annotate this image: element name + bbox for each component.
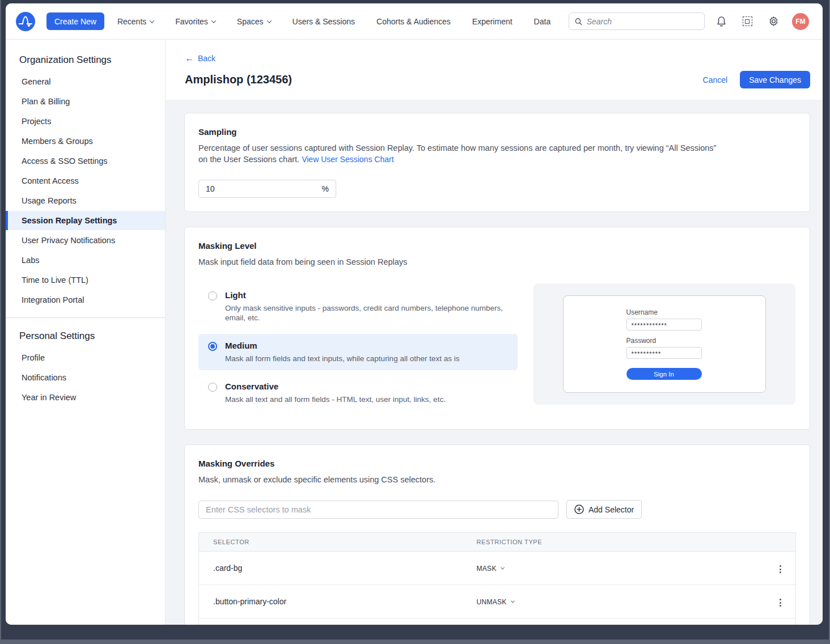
nav-item-label: Cohorts & Audiences <box>376 17 451 26</box>
chevron-down-icon <box>150 18 154 23</box>
sidebar-item-content-access[interactable]: Content Access <box>6 171 165 190</box>
nav-item-cohorts-audiences[interactable]: Cohorts & Audiences <box>368 3 459 40</box>
nav-item-label: Spaces <box>237 17 264 26</box>
data-apps-icon[interactable] <box>738 12 757 31</box>
sidebar-item-session-replay-settings[interactable]: Session Replay Settings <box>6 211 165 230</box>
sampling-description: Percentage of user sessions captured wit… <box>198 142 726 165</box>
nav-item-data[interactable]: Data <box>526 3 560 40</box>
back-link[interactable]: ← Back <box>185 54 215 63</box>
window-frame: Create New Recents Favorites Spaces User… <box>1 0 829 639</box>
sidebar-item-notifications[interactable]: Notifications <box>6 368 165 387</box>
column-header-restriction-type: RESTRICTION TYPE <box>463 533 762 552</box>
table-row: .button-primary-color UNMASK <box>199 585 796 618</box>
sampling-percentage-field[interactable]: % <box>198 180 336 198</box>
masking-level-card: Masking Level Mask input field data from… <box>184 227 810 430</box>
nav-item-label: Favorites <box>175 17 208 26</box>
radio-unselected-icon[interactable] <box>208 291 217 300</box>
restriction-type-dropdown[interactable]: UNMASK <box>477 598 514 606</box>
selector-cell: .body-text <box>199 618 463 625</box>
percent-suffix: % <box>322 184 329 193</box>
nav-item-label: Recents <box>117 17 146 26</box>
preview-username-label: Username <box>626 308 703 316</box>
row-menu-kebab-icon[interactable] <box>776 595 785 610</box>
sidebar-item-access-sso[interactable]: Access & SSO Settings <box>6 151 165 171</box>
option-description: Mask all text and all form fields - HTML… <box>225 395 446 404</box>
save-changes-button[interactable]: Save Changes <box>740 71 810 88</box>
add-selector-label: Add Selector <box>588 505 634 514</box>
chevron-down-icon <box>211 18 216 23</box>
sidebar-section-heading: Organization Settings <box>6 48 165 71</box>
sidebar-item-profile[interactable]: Profile <box>6 348 165 367</box>
settings-sidebar: Organization Settings General Plan & Bil… <box>6 40 166 625</box>
sidebar-item-general[interactable]: General <box>6 72 165 91</box>
chevron-down-icon <box>511 599 515 603</box>
sidebar-item-usage-reports[interactable]: Usage Reports <box>6 191 165 210</box>
create-new-button[interactable]: Create New <box>46 12 104 30</box>
masking-option-medium[interactable]: Medium Mask all form fields and text inp… <box>198 334 518 370</box>
sampling-title: Sampling <box>198 127 796 137</box>
search-input[interactable] <box>587 17 698 26</box>
page-header: ← Back Amplishop (123456) Cancel Save Ch… <box>166 40 823 100</box>
sidebar-item-projects[interactable]: Projects <box>6 112 165 131</box>
masking-preview-panel: Username ************ Password *********… <box>533 283 795 405</box>
notifications-bell-icon[interactable] <box>712 12 731 31</box>
arrow-left-icon: ← <box>185 54 194 63</box>
amplitude-logo-icon[interactable] <box>16 12 35 31</box>
user-avatar[interactable]: FM <box>792 13 809 30</box>
settings-gear-icon[interactable] <box>764 12 783 31</box>
app: Create New Recents Favorites Spaces User… <box>6 3 823 625</box>
masking-preview-login-card: Username ************ Password *********… <box>563 295 766 393</box>
page-title: Amplishop (123456) <box>185 73 292 86</box>
search-icon <box>575 18 582 26</box>
selector-cell: .button-primary-color <box>199 585 463 618</box>
plus-circle-icon <box>574 505 584 514</box>
radio-unselected-icon[interactable] <box>208 383 217 392</box>
nav-item-favorites[interactable]: Favorites <box>167 3 224 40</box>
masking-overrides-card: Masking Overrides Mask, unmask or exclud… <box>184 444 810 625</box>
nav-item-label: Experiment <box>472 17 513 26</box>
back-label: Back <box>198 54 215 63</box>
css-selector-input[interactable] <box>198 501 558 519</box>
sampling-description-text: Percentage of user sessions captured wit… <box>198 143 716 164</box>
restriction-type-value: MASK <box>477 565 497 573</box>
add-selector-button[interactable]: Add Selector <box>566 500 642 519</box>
masking-option-light[interactable]: Light Only mask sensitive inputs - passw… <box>198 283 518 329</box>
sampling-card: Sampling Percentage of user sessions cap… <box>184 113 810 212</box>
chevron-down-icon <box>501 565 505 569</box>
search-box[interactable] <box>569 12 705 30</box>
option-label: Light <box>225 290 509 300</box>
top-nav: Create New Recents Favorites Spaces User… <box>6 3 823 40</box>
masking-overrides-description: Mask, unmask or exclude specific element… <box>198 474 726 485</box>
masking-level-description: Mask input field data from being seen in… <box>198 256 726 268</box>
table-header-row: SELECTOR RESTRICTION TYPE <box>199 533 796 552</box>
restriction-type-dropdown[interactable]: MASK <box>477 565 504 573</box>
sampling-percentage-input[interactable] <box>206 184 322 193</box>
column-header-selector: SELECTOR <box>199 533 463 552</box>
chevron-down-icon <box>266 18 271 23</box>
masking-option-conservative[interactable]: Conservative Mask all text and all form … <box>198 375 518 411</box>
sidebar-section-heading: Personal Settings <box>6 324 165 348</box>
sidebar-divider <box>6 317 165 318</box>
masking-overrides-title: Masking Overrides <box>198 459 796 468</box>
nav-item-label: Data <box>534 17 551 26</box>
option-description: Only mask sensitive inputs - passwords, … <box>225 303 509 323</box>
sidebar-item-members-groups[interactable]: Members & Groups <box>6 132 165 151</box>
sidebar-item-user-privacy-notifications[interactable]: User Privacy Notifications <box>6 231 165 250</box>
sidebar-item-time-to-live[interactable]: Time to Live (TTL) <box>6 270 165 290</box>
preview-password-label: Password <box>626 337 703 345</box>
cancel-button[interactable]: Cancel <box>703 75 728 84</box>
nav-item-recents[interactable]: Recents <box>109 3 162 40</box>
sidebar-item-plan-billing[interactable]: Plan & Billing <box>6 92 165 111</box>
radio-selected-icon[interactable] <box>208 342 217 351</box>
sidebar-item-year-in-review[interactable]: Year in Review <box>6 388 165 407</box>
sidebar-item-labs[interactable]: Labs <box>6 251 165 270</box>
table-row: .card-bg MASK <box>199 552 796 585</box>
nav-item-spaces[interactable]: Spaces <box>228 3 280 40</box>
nav-item-users-sessions[interactable]: Users & Sessions <box>284 3 363 40</box>
nav-item-experiment[interactable]: Experiment <box>464 3 521 40</box>
preview-password-masked-field: ********** <box>626 347 702 359</box>
selector-cell: .card-bg <box>199 552 463 585</box>
row-menu-kebab-icon[interactable] <box>776 562 785 577</box>
view-user-sessions-chart-link[interactable]: View User Sessions Chart <box>302 155 393 164</box>
sidebar-item-integration-portal[interactable]: Integration Portal <box>6 290 165 310</box>
